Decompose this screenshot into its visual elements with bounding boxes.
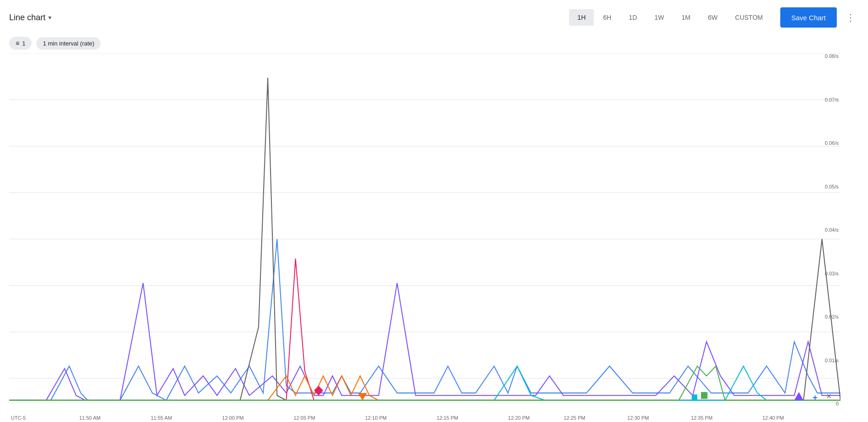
marker-square-green [701, 392, 707, 399]
y-label-1: 0.07/s [825, 97, 839, 103]
chart-area: + ✕ 0.08/s 0.07/s 0.06/s 0.05/s 0.04/s 0… [0, 53, 868, 422]
y-label-8: 0 [836, 401, 839, 406]
y-axis-labels: 0.08/s 0.07/s 0.06/s 0.05/s 0.04/s 0.03/… [815, 53, 840, 406]
x-axis-labels: UTC-5 11:50 AM 11:55 AM 12:00 PM 12:05 P… [18, 411, 813, 422]
header: Line chart ▾ 1H 6H 1D 1W 1M 6W CUSTOM Sa… [0, 0, 868, 35]
y-label-7: 0.01/s [825, 358, 839, 363]
filter-badge[interactable]: ≡ 1 [9, 37, 32, 50]
interval-label: 1 min interval (rate) [43, 40, 94, 47]
chart-type-selector[interactable]: Line chart ▾ [9, 13, 51, 23]
more-options-button[interactable]: ⋮ [842, 8, 859, 27]
x-label-1210: 12:10 PM [365, 415, 387, 421]
x-label-1220: 12:20 PM [508, 415, 530, 421]
y-label-0: 0.08/s [825, 53, 839, 59]
chart-type-arrow: ▾ [48, 14, 51, 21]
time-btn-6w[interactable]: 6W [700, 9, 726, 26]
time-btn-custom[interactable]: CUSTOM [727, 9, 771, 26]
x-label-1205: 12:05 PM [293, 415, 315, 421]
line-purple [9, 283, 840, 400]
filter-count: 1 [22, 40, 25, 47]
interval-badge[interactable]: 1 min interval (rate) [36, 37, 101, 50]
time-btn-1h[interactable]: 1H [569, 9, 594, 26]
x-label-1240: 12:40 PM [762, 415, 784, 421]
x-label-1230: 12:30 PM [627, 415, 649, 421]
y-label-2: 0.06/s [825, 140, 839, 146]
x-label-1200: 12:00 PM [222, 415, 244, 421]
x-label-1235: 12:35 PM [691, 415, 712, 421]
x-label-1225: 12:25 PM [564, 415, 585, 421]
line-orange [9, 376, 840, 400]
main-chart-svg: + ✕ [9, 53, 840, 422]
marker-triangle-down [358, 393, 367, 400]
x-label-utc: UTC-5 [11, 415, 26, 421]
chart-type-label: Line chart [9, 13, 45, 23]
y-label-3: 0.05/s [825, 184, 839, 189]
time-btn-6h[interactable]: 6H [595, 9, 620, 26]
sub-header: ≡ 1 1 min interval (rate) [0, 35, 868, 53]
filter-icon: ≡ [16, 40, 19, 47]
chart-container: + ✕ 0.08/s 0.07/s 0.06/s 0.05/s 0.04/s 0… [9, 53, 840, 422]
y-label-4: 0.04/s [825, 227, 839, 233]
x-label-1150: 11:50 AM [79, 415, 100, 421]
y-label-6: 0.02/s [825, 314, 839, 319]
time-btn-1m[interactable]: 1M [673, 9, 699, 26]
time-btn-1w[interactable]: 1W [646, 9, 672, 26]
marker-triangle-up [794, 392, 803, 400]
marker-square-teal [692, 394, 697, 400]
y-label-5: 0.03/s [825, 271, 839, 276]
marker-diamond [314, 386, 323, 395]
time-btn-1d[interactable]: 1D [620, 9, 645, 26]
line-blue [9, 239, 840, 400]
time-controls: 1H 6H 1D 1W 1M 6W CUSTOM [569, 9, 771, 26]
x-label-1215: 12:15 PM [437, 415, 458, 421]
save-chart-button[interactable]: Save Chart [780, 7, 837, 28]
x-label-1155: 11:55 AM [151, 415, 172, 421]
